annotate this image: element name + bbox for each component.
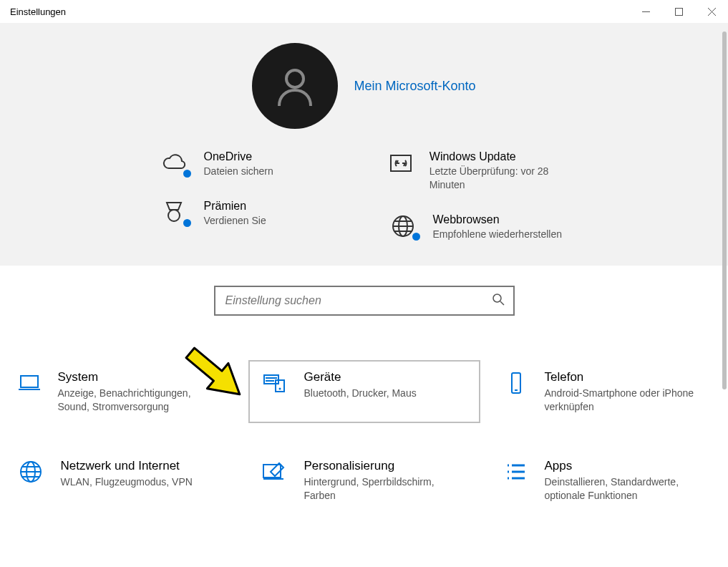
tile-title: Webbrowsen — [433, 213, 563, 226]
minimize-button[interactable] — [629, 0, 662, 23]
svg-marker-36 — [180, 340, 251, 407]
category-personalization[interactable]: Personalisierung Hintergrund, Sperrbilds… — [250, 450, 479, 511]
windows-update-tile[interactable]: Windows Update Letzte Überprüfung: vor 2… — [386, 150, 572, 192]
close-button[interactable] — [695, 0, 728, 23]
category-title: Geräte — [304, 370, 417, 384]
svg-rect-1 — [675, 8, 682, 15]
annotation-arrow — [172, 339, 279, 421]
category-phone[interactable]: Telefon Android-Smartphone oder iPhone v… — [493, 362, 722, 422]
sync-icon — [388, 150, 414, 176]
category-sub: WLAN, Flugzeugmodus, VPN — [61, 475, 193, 489]
category-title: Apps — [545, 459, 712, 473]
category-sub: Hintergrund, Sperrbildschirm, Farben — [304, 475, 468, 503]
svg-point-12 — [493, 294, 501, 302]
tile-title: Windows Update — [429, 150, 572, 163]
window-controls — [629, 0, 728, 23]
search-box[interactable] — [214, 286, 515, 316]
svg-line-13 — [500, 301, 504, 305]
tile-sub: Letzte Überprüfung: vor 28 Minuten — [429, 165, 572, 192]
tile-sub: Verdienen Sie — [204, 214, 266, 228]
tile-title: OneDrive — [204, 150, 273, 163]
minimize-icon — [642, 8, 650, 16]
category-sub: Bluetooth, Drucker, Maus — [304, 387, 417, 400]
list-icon — [503, 459, 529, 485]
category-sub: Android-Smartphone oder iPhone verknüpfe… — [545, 387, 712, 414]
rewards-tile[interactable]: Prämien Verdienen Sie — [157, 200, 343, 228]
globe-icon — [18, 459, 44, 485]
microsoft-account-link[interactable]: Mein Microsoft-Konto — [354, 79, 475, 94]
search-icon — [492, 293, 505, 309]
close-icon — [708, 8, 716, 16]
phone-icon — [503, 370, 529, 396]
avatar[interactable] — [252, 43, 338, 129]
category-network[interactable]: Netzwerk und Internet WLAN, Flugzeugmodu… — [6, 450, 236, 511]
status-dot-icon — [182, 168, 193, 179]
window-title: Einstellungen — [10, 6, 66, 17]
paint-icon — [261, 459, 286, 485]
svg-point-4 — [286, 70, 304, 87]
svg-point-5 — [168, 210, 180, 221]
laptop-icon — [16, 370, 42, 396]
onedrive-tile[interactable]: OneDrive Dateien sichern — [157, 150, 343, 178]
scrollbar[interactable] — [722, 32, 727, 389]
category-title: Telefon — [545, 370, 712, 384]
category-grid: System Anzeige, Benachrichtigungen, Soun… — [0, 362, 728, 512]
arrow-icon — [172, 339, 279, 418]
account-panel: Mein Microsoft-Konto OneDrive Dateien si… — [0, 23, 728, 266]
category-devices[interactable]: Geräte Bluetooth, Drucker, Maus — [250, 362, 479, 422]
tile-title: Prämien — [204, 200, 266, 213]
settings-window: Einstellungen Mein Microsoft-Konto — [0, 0, 728, 567]
person-icon — [272, 63, 318, 109]
category-sub: Deinstallieren, Standardwerte, optionale… — [545, 475, 712, 503]
svg-rect-14 — [21, 376, 38, 387]
maximize-button[interactable] — [662, 0, 695, 23]
maximize-icon — [675, 8, 683, 16]
category-title: Netzwerk und Internet — [61, 459, 193, 473]
category-title: Personalisierung — [304, 459, 468, 473]
svg-rect-6 — [391, 155, 411, 171]
category-apps[interactable]: Apps Deinstallieren, Standardwerte, opti… — [493, 450, 722, 511]
status-dot-icon — [411, 231, 422, 242]
status-dot-icon — [182, 218, 193, 228]
search-input[interactable] — [224, 294, 492, 308]
tile-sub: Dateien sichern — [204, 165, 273, 178]
web-browsing-tile[interactable]: Webbrowsen Empfohlene wiederherstellen — [386, 213, 572, 241]
tile-sub: Empfohlene wiederherstellen — [433, 228, 563, 241]
titlebar: Einstellungen — [0, 0, 728, 23]
